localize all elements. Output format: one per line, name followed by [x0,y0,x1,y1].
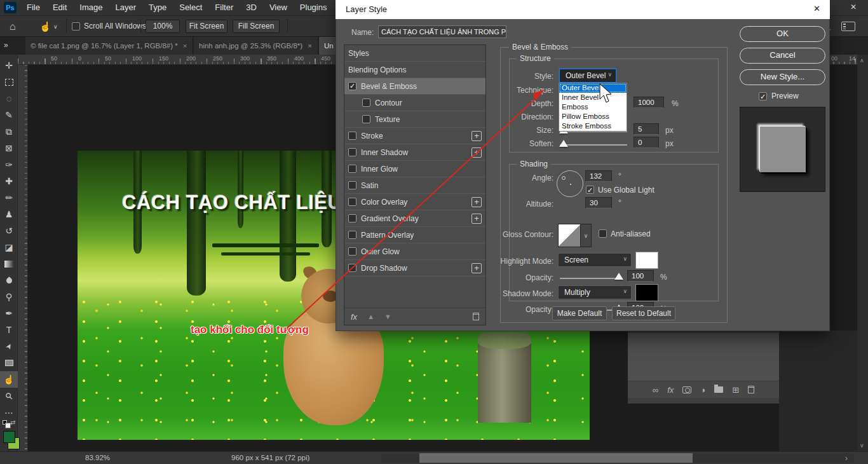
reset-to-default-button[interactable]: Reset to Default [612,306,675,320]
history-brush-tool[interactable]: ↺ [0,222,18,239]
chevron-down-icon[interactable]: ∨ [581,224,592,247]
shadow-mode-dropdown[interactable]: Multiply ∨ [558,285,632,299]
dialog-close-icon[interactable]: ✕ [813,4,820,13]
use-global-light-checkbox[interactable]: ✓ [586,186,594,194]
style-option-inner-bevel[interactable]: Inner Bevel [559,93,627,102]
angle-input[interactable]: 132 [585,170,612,182]
layer-style-item-color-overlay[interactable]: Color Overlay+ [344,194,485,210]
hand-tool[interactable]: ☝ [0,371,18,388]
new-style-button[interactable]: New Style... [740,69,825,85]
layer-style-item-satin[interactable]: Satin [344,177,485,194]
outer-glow-checkbox[interactable] [348,247,356,256]
move-effect-down-icon[interactable]: ▼ [384,313,391,320]
swap-colors-icon[interactable]: ⇄ [10,419,15,426]
marquee-tool[interactable] [0,74,18,90]
layer-effects-icon[interactable]: fx [667,385,674,395]
pen-tool[interactable]: ✒ [0,305,18,322]
bevel-emboss-checkbox[interactable]: ✓ [348,82,356,90]
menu-plugins[interactable]: Plugins [294,0,334,15]
tab-close-icon[interactable]: × [308,42,312,50]
preview-checkbox[interactable]: ✓ [759,92,767,100]
menu-select[interactable]: Select [173,0,208,15]
dodge-tool[interactable]: ⚲ [0,289,18,305]
fit-screen-button[interactable]: Fit Screen [186,20,227,33]
menu-filter[interactable]: Filter [208,0,240,15]
anti-aliased-checkbox[interactable] [599,229,607,238]
tab-hinh-anh[interactable]: hinh anh.jpg @ 25.3% (RGB/8*)× [194,37,318,55]
style-name-input[interactable]: CÁCH TẠO CHẤT LIỆU ẢNH TRONG PHOTO [378,25,506,38]
horizontal-scrollbar[interactable]: › [381,453,854,463]
highlight-mode-dropdown[interactable]: Screen ∨ [558,253,632,267]
pattern-overlay-checkbox[interactable] [348,231,356,239]
inner-shadow-checkbox[interactable] [348,148,356,156]
add-effect-icon[interactable]: + [471,147,482,158]
gradient-tool[interactable] [0,256,18,272]
blur-tool[interactable] [0,272,18,289]
layer-style-item-inner-shadow[interactable]: Inner Shadow+ [344,144,485,161]
fill-screen-button[interactable]: Fill Screen [233,20,280,33]
fx-icon[interactable]: fx [351,312,357,322]
gradient-overlay-checkbox[interactable] [348,214,356,222]
soften-input[interactable]: 0 [634,137,659,148]
clone-stamp-tool[interactable]: ♟ [0,206,18,222]
highlight-opacity-thumb[interactable] [614,273,623,280]
healing-brush-tool[interactable]: ✚ [0,173,18,189]
zoom-level[interactable]: 83.92% [85,454,110,461]
new-layer-icon[interactable]: ⊞ [732,385,739,395]
add-effect-icon[interactable]: + [471,214,482,224]
layer-style-item-gradient-overlay[interactable]: Gradient Overlay+ [344,210,485,227]
delete-layer-icon[interactable] [748,386,754,393]
lasso-tool[interactable]: ◌ [0,90,18,107]
style-option-stroke-emboss[interactable]: Stroke Emboss [559,121,627,131]
menu-layer[interactable]: Layer [109,0,143,15]
layer-group-icon[interactable] [714,386,723,393]
layer-style-item-drop-shadow[interactable]: Drop Shadow+ [344,260,485,276]
depth-input[interactable]: 1000 [634,97,664,108]
hand-tool-icon[interactable]: ☝ [39,21,51,32]
layer-mask-icon[interactable] [682,386,691,393]
scroll-down-icon[interactable]: ∨ [860,442,864,449]
scroll-all-windows-checkbox[interactable] [72,22,80,31]
drop-shadow-checkbox[interactable] [348,264,356,272]
dialog-title-bar[interactable]: Layer Style ✕ [336,0,830,19]
ok-button[interactable]: OK [740,26,825,42]
default-colors-icon[interactable] [3,420,7,425]
scroll-up-icon[interactable]: ∧ [860,57,864,64]
texture-checkbox[interactable] [362,115,370,123]
add-effect-icon[interactable]: + [471,131,482,141]
menu-file[interactable]: File [20,0,46,15]
type-tool[interactable]: T [0,322,18,338]
path-selection-tool[interactable]: ➤ [0,338,18,355]
horizontal-scrollbar-thumb[interactable] [419,453,693,463]
home-icon[interactable]: ⌂ [10,21,16,32]
shape-tool[interactable] [0,355,18,371]
menu-3d[interactable]: 3D [240,0,263,15]
adjustment-layer-icon[interactable]: ◑ [700,385,705,395]
style-dropdown[interactable]: Outer Bevel ∨ [559,69,616,83]
add-effect-icon[interactable]: + [471,263,482,273]
soften-slider-thumb[interactable] [559,140,568,147]
menu-image[interactable]: Image [73,0,109,15]
tab-overflow-icon[interactable]: » [4,41,8,50]
tab-file-cat[interactable]: © file cat 1.png @ 16.7% (Layer 1, RGB/8… [25,37,193,55]
stroke-checkbox[interactable] [348,132,356,140]
style-option-pillow-emboss[interactable]: Pillow Emboss [559,112,627,121]
layer-style-item-inner-glow[interactable]: Inner Glow [344,161,485,177]
menu-view[interactable]: View [263,0,294,15]
layer-style-item-stroke[interactable]: Stroke+ [344,128,485,144]
highlight-opacity-input[interactable]: 100 [627,270,654,282]
layer-style-item-pattern-overlay[interactable]: Pattern Overlay [344,227,485,243]
menu-type[interactable]: Type [142,0,173,15]
brush-tool[interactable]: ✏ [0,189,18,206]
gloss-contour-thumbnail[interactable] [558,224,581,247]
satin-checkbox[interactable] [348,181,356,189]
window-close-icon[interactable]: ✕ [845,1,862,13]
layer-style-item-outer-glow[interactable]: Outer Glow [344,243,485,260]
zoom-100-button[interactable]: 100% [146,20,180,33]
tab-close-icon[interactable]: × [183,42,187,50]
chevron-down-icon[interactable]: ∨ [53,24,58,30]
link-layers-icon[interactable]: ∞ [653,385,658,395]
angle-dial[interactable] [557,170,583,197]
eyedropper-tool[interactable]: ✑ [0,156,18,173]
color-overlay-checkbox[interactable] [348,198,356,206]
